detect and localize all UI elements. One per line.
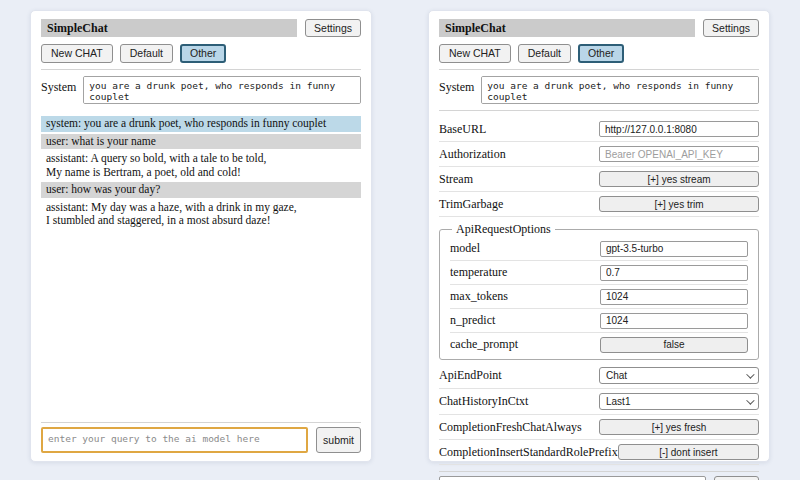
chat-message-assistant: assistant: My day was a haze, with a dri… xyxy=(41,200,361,229)
completion-fresh-toggle-button[interactable]: [+] yes fresh xyxy=(599,419,759,435)
chat-message-user: user: how was your day? xyxy=(41,182,361,198)
app-title: SimpleChat xyxy=(439,19,695,37)
api-endpoint-label: ApiEndPoint xyxy=(439,368,502,383)
query-row: submit xyxy=(439,476,759,480)
session-row: New CHAT Default Other xyxy=(41,44,361,63)
session-button-other[interactable]: Other xyxy=(578,44,624,63)
submit-button[interactable]: submit xyxy=(316,427,361,453)
chat-history-label: ChatHistoryInCtxt xyxy=(439,394,528,409)
baseurl-input[interactable] xyxy=(599,121,759,137)
system-prompt-row: System you are a drunk poet, who respond… xyxy=(439,76,759,104)
authorization-input[interactable] xyxy=(599,146,759,162)
setting-row-completion-fresh: CompletionFreshChatAlways [+] yes fresh xyxy=(439,415,759,440)
n-predict-input[interactable] xyxy=(600,313,748,329)
setting-row-model: model xyxy=(450,237,748,261)
trimgarbage-toggle-button[interactable]: [+] yes trim xyxy=(599,196,759,212)
setting-row-n-predict: n_predict xyxy=(450,309,748,333)
settings-button[interactable]: Settings xyxy=(305,19,361,37)
setting-row-api-endpoint: ApiEndPoint Chat xyxy=(439,363,759,389)
n-predict-label: n_predict xyxy=(450,313,495,328)
chevron-down-icon xyxy=(746,396,754,404)
query-block: submit xyxy=(41,416,361,453)
new-chat-button[interactable]: New CHAT xyxy=(439,44,511,63)
query-block: submit xyxy=(439,465,759,480)
setting-row-baseurl: BaseURL xyxy=(439,117,759,142)
chat-history-value: Last1 xyxy=(606,396,630,407)
chat-message-user: user: what is your name xyxy=(41,134,361,150)
settings-list: BaseURL Authorization Stream [+] yes str… xyxy=(439,117,759,465)
api-request-options-group: ApiRequestOptions model temperature max_… xyxy=(439,222,759,360)
chat-panel: SimpleChat Settings New CHAT Default Oth… xyxy=(30,10,372,462)
model-input[interactable] xyxy=(600,241,748,257)
chat-message-assistant: assistant: A query so bold, with a tale … xyxy=(41,151,361,180)
baseurl-label: BaseURL xyxy=(439,122,486,137)
setting-row-cache-prompt: cache_prompt false xyxy=(450,333,748,356)
cache-prompt-label: cache_prompt xyxy=(450,337,518,352)
system-prompt-input[interactable]: you are a drunk poet, who responds in fu… xyxy=(83,76,361,104)
completion-insert-toggle-button[interactable]: [-] dont insert xyxy=(618,444,759,460)
api-endpoint-select[interactable]: Chat xyxy=(599,367,759,384)
setting-row-stream: Stream [+] yes stream xyxy=(439,167,759,192)
api-request-options-legend: ApiRequestOptions xyxy=(452,222,555,237)
setting-row-trimgarbage: TrimGarbage [+] yes trim xyxy=(439,192,759,217)
setting-row-chat-history: ChatHistoryInCtxt Last1 xyxy=(439,389,759,415)
max-tokens-label: max_tokens xyxy=(450,289,508,304)
api-endpoint-value: Chat xyxy=(606,370,627,381)
settings-button[interactable]: Settings xyxy=(703,19,759,37)
chat-history[interactable]: system: you are a drunk poet, who respon… xyxy=(41,116,361,231)
header-separator xyxy=(41,69,361,70)
setting-row-completion-insert: CompletionInsertStandardRolePrefix [-] d… xyxy=(439,440,759,465)
chat-message-system: system: you are a drunk poet, who respon… xyxy=(41,116,361,132)
chat-history-select[interactable]: Last1 xyxy=(599,393,759,410)
authorization-label: Authorization xyxy=(439,147,506,162)
query-input[interactable] xyxy=(41,427,308,453)
session-button-default[interactable]: Default xyxy=(518,44,571,63)
temperature-input[interactable] xyxy=(600,265,748,281)
completion-fresh-label: CompletionFreshChatAlways xyxy=(439,420,582,435)
model-label: model xyxy=(450,241,480,256)
session-button-default[interactable]: Default xyxy=(120,44,173,63)
query-separator xyxy=(439,471,759,472)
system-prompt-input[interactable]: you are a drunk poet, who responds in fu… xyxy=(481,76,759,104)
chevron-down-icon xyxy=(746,370,754,378)
app-title: SimpleChat xyxy=(41,19,297,37)
settings-panel: SimpleChat Settings New CHAT Default Oth… xyxy=(428,10,770,462)
max-tokens-input[interactable] xyxy=(600,289,748,305)
header-separator xyxy=(439,69,759,70)
submit-button[interactable]: submit xyxy=(714,476,759,480)
cache-prompt-toggle-button[interactable]: false xyxy=(600,337,748,353)
titlebar-row: SimpleChat Settings xyxy=(439,19,759,37)
session-button-other[interactable]: Other xyxy=(180,44,226,63)
setting-row-authorization: Authorization xyxy=(439,142,759,167)
stream-label: Stream xyxy=(439,172,473,187)
stream-toggle-button[interactable]: [+] yes stream xyxy=(599,171,759,187)
new-chat-button[interactable]: New CHAT xyxy=(41,44,113,63)
session-row: New CHAT Default Other xyxy=(439,44,759,63)
system-label: System xyxy=(439,76,474,104)
setting-row-temperature: temperature xyxy=(450,261,748,285)
setting-row-max-tokens: max_tokens xyxy=(450,285,748,309)
query-row: submit xyxy=(41,427,361,453)
trimgarbage-label: TrimGarbage xyxy=(439,197,503,212)
settings-top-separator xyxy=(439,110,759,111)
completion-insert-label: CompletionInsertStandardRolePrefix xyxy=(439,445,618,460)
query-separator xyxy=(41,422,361,423)
system-prompt-row: System you are a drunk poet, who respond… xyxy=(41,76,361,104)
titlebar-row: SimpleChat Settings xyxy=(41,19,361,37)
temperature-label: temperature xyxy=(450,265,507,280)
system-label: System xyxy=(41,76,76,104)
query-input[interactable] xyxy=(439,476,706,480)
